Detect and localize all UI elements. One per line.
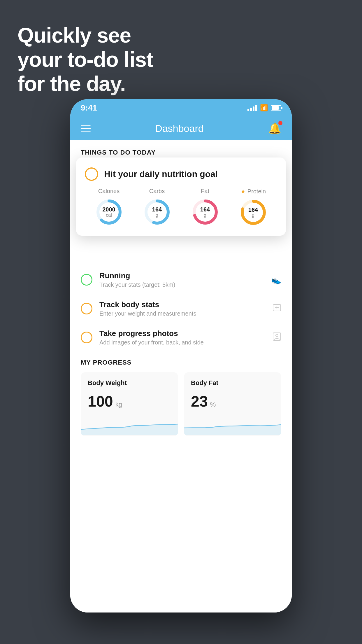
body-stats-check-circle [81, 303, 92, 314]
carbs-value: 164 [152, 206, 162, 213]
nutrition-card[interactable]: Hit your daily nutrition goal Calories 2… [76, 158, 286, 236]
calories-unit: cal [102, 213, 115, 218]
running-title: Running [99, 271, 264, 280]
shoe-icon: 👟 [271, 275, 281, 285]
body-weight-sparkline [81, 418, 178, 436]
notification-badge [278, 121, 282, 125]
photos-subtitle: Add images of your front, back, and side [99, 339, 266, 346]
fat-label: Fat [201, 188, 209, 195]
body-weight-value: 100 [88, 393, 113, 410]
status-icons: 📶 [247, 104, 281, 112]
my-progress-header: MY PROGRESS [70, 350, 292, 372]
fat-unit: g [200, 213, 210, 218]
running-text: Running Track your stats (target: 5km) [99, 271, 264, 288]
body-stats-subtitle: Enter your weight and measurements [99, 310, 266, 317]
calories-value: 2000 [102, 206, 115, 213]
svg-point-12 [276, 334, 278, 337]
calories-label: Calories [98, 188, 120, 195]
phone-mockup: 9:41 📶 Dashboard 🔔 TH [70, 99, 292, 612]
body-fat-card-title: Body Fat [191, 379, 274, 387]
progress-cards: Body Weight 100 kg Body Fat [70, 372, 292, 436]
hamburger-menu[interactable] [81, 125, 91, 132]
scale-icon [273, 303, 281, 314]
status-time: 9:41 [81, 103, 97, 113]
body-fat-card[interactable]: Body Fat 23 % [184, 372, 281, 436]
hero-line3: for the day. [17, 72, 153, 96]
photos-check-circle [81, 332, 92, 343]
nav-bar: Dashboard 🔔 [70, 117, 292, 140]
todo-item-running[interactable]: Running Track your stats (target: 5km) 👟 [70, 265, 292, 294]
notification-bell[interactable]: 🔔 [268, 122, 281, 134]
body-fat-unit: % [210, 401, 216, 408]
body-weight-card-title: Body Weight [88, 379, 171, 387]
todo-item-body-stats[interactable]: Track body stats Enter your weight and m… [70, 294, 292, 323]
progress-section: MY PROGRESS Body Weight 100 kg [70, 350, 292, 436]
body-weight-card[interactable]: Body Weight 100 kg [81, 372, 178, 436]
main-content: THINGS TO DO TODAY Hit your daily nutrit… [70, 140, 292, 612]
person-icon [273, 332, 281, 343]
status-bar: 9:41 📶 [70, 99, 292, 117]
running-subtitle: Track your stats (target: 5km) [99, 281, 264, 288]
battery-icon [271, 105, 281, 111]
fat-value: 164 [200, 206, 210, 213]
body-fat-value: 23 [191, 393, 208, 410]
nutrition-check-circle [85, 167, 98, 181]
nutrition-fat: Fat 164 g [191, 188, 220, 227]
body-stats-text: Track body stats Enter your weight and m… [99, 300, 266, 317]
star-icon: ★ [240, 188, 246, 195]
protein-value: 164 [248, 206, 258, 213]
signal-icon [247, 105, 257, 111]
carbs-label: Carbs [149, 188, 165, 195]
nutrition-circles: Calories 2000 cal Carbs [85, 188, 277, 227]
body-stats-title: Track body stats [99, 300, 266, 309]
carbs-unit: g [152, 213, 162, 218]
nutrition-calories: Calories 2000 cal [94, 188, 124, 227]
running-check-circle [81, 274, 92, 286]
todo-list: Running Track your stats (target: 5km) 👟… [70, 265, 292, 352]
nutrition-carbs: Carbs 164 g [143, 188, 172, 227]
body-weight-unit: kg [115, 401, 122, 408]
todo-item-photos[interactable]: Take progress photos Add images of your … [70, 323, 292, 352]
protein-label: Protein [247, 188, 266, 195]
protein-unit: g [248, 213, 258, 218]
photos-text: Take progress photos Add images of your … [99, 329, 266, 346]
nutrition-card-title: Hit your daily nutrition goal [104, 169, 218, 179]
hero-line1: Quickly see [17, 23, 153, 48]
body-fat-sparkline [184, 418, 281, 436]
nutrition-protein: ★ Protein 164 g [239, 188, 268, 227]
hero-line2: your to-do list [17, 48, 153, 72]
hero-text: Quickly see your to-do list for the day. [17, 23, 153, 96]
nav-title: Dashboard [155, 123, 203, 134]
wifi-icon: 📶 [260, 104, 268, 112]
photos-title: Take progress photos [99, 329, 266, 338]
